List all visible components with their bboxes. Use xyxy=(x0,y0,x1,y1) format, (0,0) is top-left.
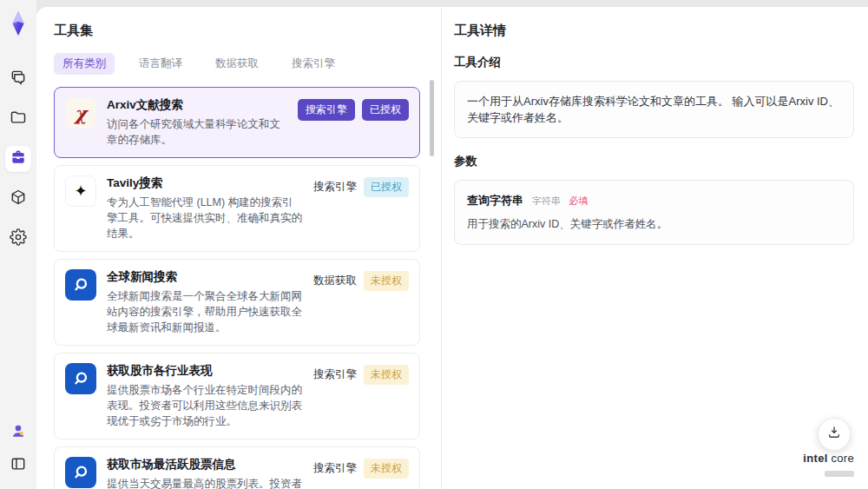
tab-label: 数据获取 xyxy=(215,57,259,69)
tool-detail-panel: 工具详情 工具介绍 一个用于从Arxiv存储库搜索科学论文和文章的工具。 输入可… xyxy=(441,7,868,489)
intel-sub-badge xyxy=(825,471,854,477)
app-logo-icon xyxy=(5,10,31,36)
tool-list-item[interactable]: χ Arxiv文献搜索 访问各个研究领域大量科学论文和文章的存储库。 搜索引擎 … xyxy=(54,87,420,158)
tool-name: 获取股市各行业表现 xyxy=(107,363,303,379)
tool-list-item[interactable]: ✦ Tavily搜索 专为人工智能代理 (LLM) 构建的搜索引擎工具。可快速提… xyxy=(54,165,420,252)
sidebar-item-settings[interactable] xyxy=(5,226,31,252)
tool-category-tag: 搜索引擎 xyxy=(313,461,357,476)
intro-text: 一个用于从Arxiv存储库搜索科学论文和文章的工具。 输入可以是Arxiv ID… xyxy=(467,95,839,124)
tool-texts: 获取股市各行业表现 提供股票市场各个行业在特定时间段内的表现。投资者可以利用这些… xyxy=(107,363,303,429)
detail-title: 工具详情 xyxy=(454,23,854,39)
tool-icon: ✦ xyxy=(65,175,96,207)
tool-meta: 搜索引擎 已授权 xyxy=(313,175,409,197)
tool-category-tag: 数据获取 xyxy=(313,274,357,288)
download-button[interactable] xyxy=(818,418,851,451)
sidebar-item-plugins[interactable] xyxy=(5,186,31,212)
tool-list-item[interactable]: 获取市场最活跃股票信息 提供当天交易量最高的股票列表。投资者可以利用这些信息来识… xyxy=(54,446,420,489)
tool-icon: χ xyxy=(65,97,96,129)
category-tab[interactable]: 数据获取 xyxy=(207,53,267,75)
core-brand-text: core xyxy=(832,452,855,465)
tool-description: 提供股票市场各个行业在特定时间段内的表现。投资者可以利用这些信息来识别表现优于或… xyxy=(107,382,303,429)
left-sidebar xyxy=(0,0,36,489)
category-tab[interactable]: 语言翻译 xyxy=(130,53,191,75)
param-card: 查询字符串 字符串 必填 用于搜索的Arxiv ID、关键字或作者姓名。 xyxy=(454,180,854,245)
folder-icon xyxy=(10,109,27,129)
toolbox-icon xyxy=(10,149,27,169)
tool-meta: 搜索引擎 未授权 xyxy=(313,457,409,479)
tool-name: 获取市场最活跃股票信息 xyxy=(107,457,303,472)
tool-meta: 数据获取 未授权 xyxy=(313,269,409,291)
tool-name: Arxiv文献搜索 xyxy=(107,97,287,113)
tool-description: 访问各个研究领域大量科学论文和文章的存储库。 xyxy=(107,116,287,148)
download-icon xyxy=(826,425,842,444)
main-content: 工具集 所有类别 语言翻译 数据获取 搜索引擎 χ Arxiv文献搜索 访问各个… xyxy=(36,7,868,489)
tool-description: 专为人工智能代理 (LLM) 构建的搜索引擎工具。可快速提供实时、准确和真实的结… xyxy=(107,195,303,241)
param-name: 查询字符串 xyxy=(467,194,523,207)
param-required-badge: 必填 xyxy=(569,195,588,206)
page-title: 工具集 xyxy=(54,23,420,39)
tool-meta: 搜索引擎 未授权 xyxy=(313,363,409,385)
tool-icon xyxy=(65,269,96,301)
collapse-panel-button[interactable] xyxy=(5,453,31,479)
tool-category-tag: 搜索引擎 xyxy=(313,180,357,195)
tool-status-badge: 未授权 xyxy=(364,271,409,291)
tool-list-item[interactable]: 全球新闻搜索 全球新闻搜索是一个聚合全球各大新闻网站内容的搜索引擎，帮助用户快速… xyxy=(54,259,420,346)
tool-list-item[interactable]: 获取股市各行业表现 提供股票市场各个行业在特定时间段内的表现。投资者可以利用这些… xyxy=(54,353,420,439)
param-type: 字符串 xyxy=(532,195,561,206)
tool-category-tag: 搜索引擎 xyxy=(313,367,357,382)
param-header: 查询字符串 字符串 必填 xyxy=(467,192,841,209)
tool-status-badge: 未授权 xyxy=(364,459,409,479)
sidebar-item-files[interactable] xyxy=(5,106,31,132)
tool-description: 全球新闻搜索是一个聚合全球各大新闻网站内容的搜索引擎，帮助用户快速获取全球最新资… xyxy=(107,288,303,335)
intel-core-logo: intel core xyxy=(803,452,854,480)
tool-status-badge: 已授权 xyxy=(362,99,409,121)
tool-status-badge: 已授权 xyxy=(364,177,409,197)
param-description: 用于搜索的Arxiv ID、关键字或作者姓名。 xyxy=(467,216,841,233)
tab-label: 所有类别 xyxy=(62,57,106,69)
intro-heading: 工具介绍 xyxy=(454,55,854,70)
tool-icon xyxy=(65,457,96,488)
settings-gear-icon xyxy=(10,228,27,249)
tool-status-badge: 未授权 xyxy=(364,365,409,385)
category-tab[interactable]: 所有类别 xyxy=(54,53,115,75)
panel-toggle-icon xyxy=(10,455,27,476)
tool-texts: Arxiv文献搜索 访问各个研究领域大量科学论文和文章的存储库。 xyxy=(107,97,287,148)
tab-label: 语言翻译 xyxy=(139,57,182,69)
tool-name: 全球新闻搜索 xyxy=(107,269,303,285)
intro-card: 一个用于从Arxiv存储库搜索科学论文和文章的工具。 输入可以是Arxiv ID… xyxy=(454,81,854,138)
cube-icon xyxy=(10,188,27,209)
tool-description: 提供当天交易量最高的股票列表。投资者可以利用这些信息来识别流动性强的股票和潜在的… xyxy=(107,476,303,489)
tool-meta: 搜索引擎 已授权 xyxy=(298,97,409,121)
category-tabs: 所有类别 语言翻译 数据获取 搜索引擎 xyxy=(54,53,420,75)
category-tab[interactable]: 搜索引擎 xyxy=(283,53,344,75)
tool-name: Tavily搜索 xyxy=(107,175,303,191)
list-scrollbar[interactable] xyxy=(430,80,434,156)
user-avatar[interactable] xyxy=(7,421,30,444)
sidebar-item-chat[interactable] xyxy=(5,66,31,92)
tab-label: 搜索引擎 xyxy=(292,57,335,69)
params-heading: 参数 xyxy=(454,154,854,169)
tool-texts: 全球新闻搜索 全球新闻搜索是一个聚合全球各大新闻网站内容的搜索引擎，帮助用户快速… xyxy=(107,269,303,335)
tool-list-panel: 工具集 所有类别 语言翻译 数据获取 搜索引擎 χ Arxiv文献搜索 访问各个… xyxy=(36,7,441,489)
sidebar-item-tools[interactable] xyxy=(5,146,31,172)
tool-list: χ Arxiv文献搜索 访问各个研究领域大量科学论文和文章的存储库。 搜索引擎 … xyxy=(54,87,420,489)
tool-texts: 获取市场最活跃股票信息 提供当天交易量最高的股票列表。投资者可以利用这些信息来识… xyxy=(107,457,303,489)
tool-icon xyxy=(65,363,96,394)
avatar-icon xyxy=(10,422,27,443)
tool-texts: Tavily搜索 专为人工智能代理 (LLM) 构建的搜索引擎工具。可快速提供实… xyxy=(107,175,303,241)
intel-brand-text: intel xyxy=(803,452,827,465)
chat-icon xyxy=(10,69,27,89)
tool-category-tag: 搜索引擎 xyxy=(298,99,355,121)
